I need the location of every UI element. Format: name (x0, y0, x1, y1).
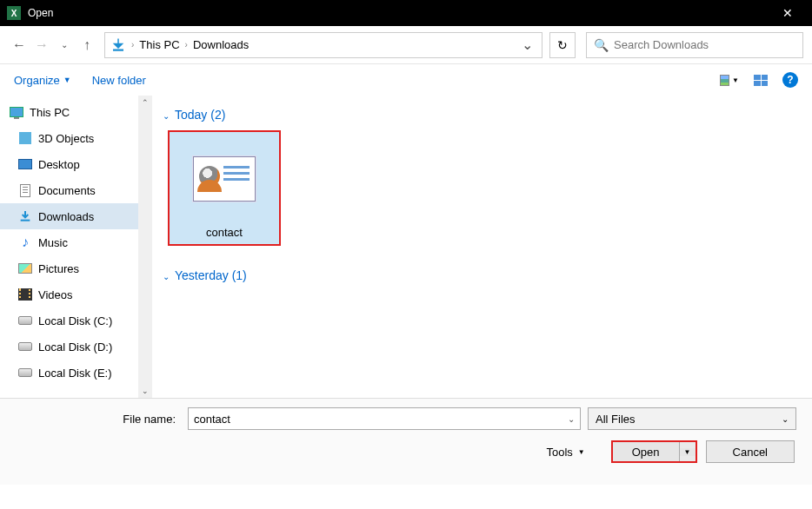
preview-pane-button[interactable] (751, 72, 770, 88)
tree-downloads[interactable]: Downloads (0, 203, 152, 229)
tree-videos[interactable]: Videos (0, 281, 152, 307)
folder-tree: ⌃ ⌄ This PC 3D Objects Desktop Documents… (0, 96, 152, 398)
toolbar: Organize▼ New folder ▼ ? (0, 64, 812, 96)
svg-rect-0 (113, 49, 123, 50)
chevron-down-icon: ⌄ (782, 414, 789, 424)
chevron-down-icon: ⌄ (163, 111, 170, 121)
breadcrumb-this-pc[interactable]: This PC (136, 38, 183, 51)
tree-this-pc[interactable]: This PC (0, 99, 152, 125)
tree-pictures[interactable]: Pictures (0, 255, 152, 281)
tree-root-label: This PC (30, 106, 70, 119)
refresh-button[interactable]: ↻ (549, 32, 576, 58)
tree-disk-d[interactable]: Local Disk (D:) (0, 334, 152, 360)
cube-icon (17, 131, 33, 145)
chevron-down-icon[interactable]: ⌄ (568, 414, 575, 424)
search-icon: 🔍 (594, 38, 609, 52)
search-box[interactable]: 🔍 (586, 32, 803, 58)
recent-dropdown[interactable]: ⌄ (54, 35, 75, 56)
download-arrow-icon (17, 209, 33, 223)
back-button[interactable]: ← (9, 35, 30, 56)
pictures-icon (17, 261, 33, 275)
tree-documents[interactable]: Documents (0, 177, 152, 203)
music-note-icon: ♪ (17, 235, 33, 249)
scroll-up-icon[interactable]: ⌃ (140, 97, 150, 108)
tree-disk-e[interactable]: Local Disk (E:) (0, 360, 152, 386)
tools-menu[interactable]: Tools▼ (546, 446, 584, 459)
disk-icon (17, 340, 33, 354)
cancel-button[interactable]: Cancel (706, 440, 795, 463)
disk-icon (17, 314, 33, 327)
picture-view-icon (720, 75, 729, 86)
document-icon (17, 183, 33, 197)
breadcrumb-downloads[interactable]: Downloads (190, 38, 252, 51)
help-button[interactable]: ? (782, 72, 798, 88)
video-icon (17, 288, 33, 301)
new-folder-button[interactable]: New folder (92, 74, 146, 87)
titlebar: X Open ✕ (0, 0, 812, 26)
address-bar[interactable]: › This PC › Downloads ⌄ (104, 32, 542, 58)
group-today[interactable]: ⌄Today (2) (163, 102, 802, 127)
tree-scrollbar[interactable]: ⌃ ⌄ (138, 96, 152, 398)
main-area: ⌃ ⌄ This PC 3D Objects Desktop Documents… (0, 96, 812, 398)
downloads-folder-icon (109, 36, 128, 55)
up-button[interactable]: ↑ (77, 35, 97, 56)
filename-input[interactable] (194, 413, 568, 426)
forward-button[interactable]: → (31, 35, 52, 56)
close-button[interactable]: ✕ (770, 6, 805, 20)
group-yesterday[interactable]: ⌄Yesterday (1) (163, 263, 802, 288)
window-title: Open (28, 7, 770, 19)
address-dropdown[interactable]: ⌄ (516, 36, 538, 53)
chevron-right-icon: › (130, 40, 136, 50)
contact-file-icon (175, 137, 274, 221)
nav-bar: ← → ⌄ ↑ › This PC › Downloads ⌄ ↻ 🔍 (0, 26, 812, 64)
file-contact[interactable]: contact (168, 130, 281, 246)
grid-view-icon (754, 75, 768, 86)
open-dropdown[interactable]: ▼ (680, 448, 696, 456)
file-type-filter[interactable]: All Files ⌄ (588, 407, 796, 430)
tree-disk-c[interactable]: Local Disk (C:) (0, 307, 152, 334)
excel-app-icon: X (7, 6, 21, 20)
disk-icon (17, 366, 33, 380)
filename-combobox[interactable]: ⌄ (188, 407, 581, 430)
organize-menu[interactable]: Organize▼ (14, 74, 71, 87)
view-mode-button[interactable]: ▼ (720, 72, 739, 88)
tree-desktop[interactable]: Desktop (0, 151, 152, 177)
tree-3d-objects[interactable]: 3D Objects (0, 125, 152, 151)
filename-label: File name: (16, 413, 181, 426)
chevron-right-icon: › (183, 40, 190, 50)
chevron-down-icon: ⌄ (163, 272, 170, 281)
search-input[interactable] (614, 38, 795, 51)
open-button[interactable]: Open ▼ (611, 440, 697, 463)
monitor-icon (17, 157, 33, 171)
file-list: ⌄Today (2) contact ⌄Yesterday (1) (152, 96, 812, 398)
bottom-panel: File name: ⌄ All Files ⌄ Tools▼ Open ▼ C… (0, 398, 812, 485)
file-name-label: contact (175, 226, 274, 239)
pc-icon (9, 105, 24, 119)
tree-music[interactable]: ♪Music (0, 229, 152, 255)
scroll-down-icon[interactable]: ⌄ (140, 386, 150, 396)
